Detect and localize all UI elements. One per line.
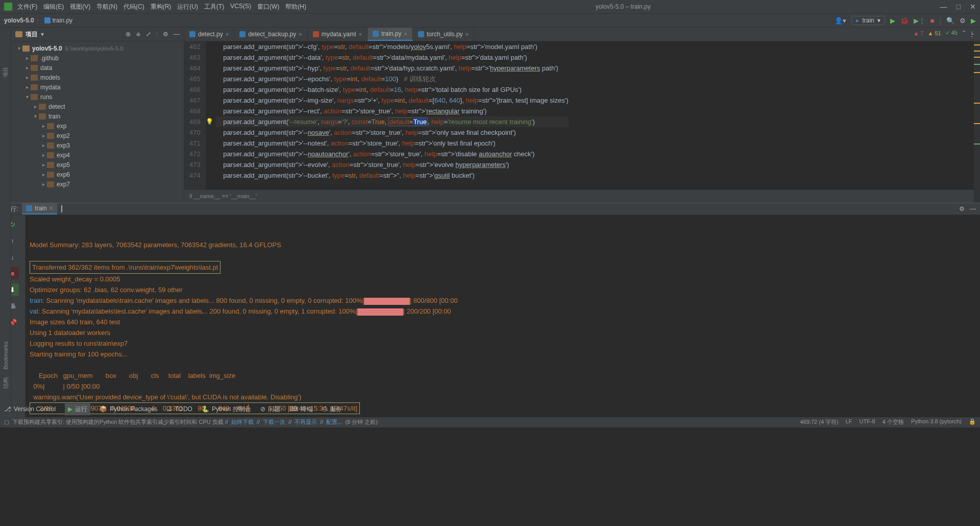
python-packages-button[interactable]: 📦Python Packages bbox=[100, 405, 157, 413]
menu-navigate[interactable]: 导航(N) bbox=[96, 3, 117, 11]
link-download-once[interactable]: 下载一次 bbox=[263, 418, 285, 426]
hide-icon[interactable]: — bbox=[970, 205, 976, 212]
tree-item[interactable]: ▾runs bbox=[11, 92, 184, 102]
error-count[interactable]: ▲ 7 bbox=[913, 30, 923, 36]
menu-file[interactable]: 文件(F) bbox=[17, 3, 37, 11]
editor-tab[interactable]: detect.py× bbox=[184, 28, 234, 41]
chevron-right-icon[interactable]: ▸ bbox=[40, 123, 47, 129]
search-icon[interactable]: 🔍 bbox=[946, 17, 954, 25]
chevron-right-icon[interactable]: ▸ bbox=[40, 162, 47, 168]
tree-item[interactable]: ▸exp7 bbox=[11, 179, 184, 189]
minimize-icon[interactable]: — bbox=[940, 3, 947, 11]
tree-item[interactable]: ▸exp4 bbox=[11, 150, 184, 160]
chevron-right-icon[interactable]: ▸ bbox=[40, 142, 47, 148]
link-always-download[interactable]: 始终下载 bbox=[231, 418, 254, 426]
problems-button[interactable]: ⊘问题 bbox=[260, 405, 280, 414]
menu-run[interactable]: 运行(U) bbox=[177, 3, 198, 11]
editor-tab[interactable]: torch_utils.py× bbox=[413, 28, 474, 41]
todo-button[interactable]: ☑TODO bbox=[166, 405, 192, 413]
tree-item[interactable]: ▸exp2 bbox=[11, 131, 184, 140]
file-encoding[interactable]: UTF-8 bbox=[860, 418, 875, 426]
user-icon[interactable]: 👤▾ bbox=[835, 17, 846, 25]
code-lines[interactable]: parser.add_argument(str">'--cfg', type=s… bbox=[206, 41, 569, 203]
version-control-button[interactable]: ⎇Version Control bbox=[4, 405, 56, 413]
chevron-down-icon[interactable]: ▾ bbox=[15, 45, 22, 51]
status-icon[interactable]: ▢ bbox=[4, 419, 9, 425]
breadcrumb-file[interactable]: train.py bbox=[53, 17, 72, 24]
hide-icon[interactable]: — bbox=[174, 31, 180, 38]
line-separator[interactable]: LF bbox=[846, 418, 852, 426]
tree-item[interactable]: ▸exp3 bbox=[11, 140, 184, 150]
run-button[interactable]: ▶ bbox=[890, 17, 895, 25]
tree-item[interactable]: ▸models bbox=[11, 73, 184, 82]
menu-vcs[interactable]: VCS(S) bbox=[230, 3, 251, 11]
chevron-up-icon[interactable]: ⌃ bbox=[962, 30, 966, 36]
tree-item[interactable]: ▸exp5 bbox=[11, 160, 184, 170]
close-icon[interactable]: × bbox=[404, 31, 407, 37]
tree-item[interactable]: ▸.github bbox=[11, 53, 184, 63]
editor-tab[interactable]: train.py× bbox=[368, 28, 413, 41]
terminal-button[interactable]: ⌨终端 bbox=[289, 405, 313, 414]
breadcrumb-project[interactable]: yolov5-5.0 bbox=[4, 17, 34, 24]
project-tool-stripe[interactable]: 项目 bbox=[2, 67, 9, 77]
indent-info[interactable]: 4 个空格 bbox=[883, 418, 904, 426]
left-tool-gutter[interactable]: 项目 bbox=[0, 28, 11, 203]
chevron-right-icon[interactable]: ▸ bbox=[40, 181, 47, 187]
chevron-right-icon[interactable]: ▸ bbox=[23, 55, 31, 61]
python-console-button[interactable]: 🐍Python 控制台 bbox=[202, 405, 251, 414]
close-icon[interactable]: × bbox=[465, 31, 469, 37]
run-with-coverage-button[interactable]: ▶⋮ bbox=[914, 17, 925, 25]
close-icon[interactable]: × bbox=[226, 31, 229, 37]
chevron-right-icon[interactable]: ▸ bbox=[40, 172, 47, 177]
locate-icon[interactable]: ⊕ bbox=[126, 31, 131, 38]
editor-tab[interactable]: detect_backup.py× bbox=[234, 28, 308, 41]
editor-tab[interactable]: mydata.yaml× bbox=[308, 28, 368, 41]
menu-tools[interactable]: 工具(T) bbox=[204, 3, 224, 11]
gear-icon[interactable]: ⚙ bbox=[959, 205, 965, 212]
link-configure[interactable]: 配置... bbox=[326, 418, 342, 426]
close-icon[interactable]: × bbox=[50, 205, 53, 212]
editor-tabs[interactable]: detect.py×detect_backup.py×mydata.yaml×t… bbox=[184, 28, 980, 41]
tree-item[interactable]: ▸exp bbox=[11, 121, 184, 131]
code-editor[interactable]: 462463464465466467468469470471472473474💡… bbox=[184, 41, 980, 203]
close-icon[interactable]: × bbox=[299, 31, 302, 37]
chevron-down-icon[interactable]: ▾ bbox=[23, 94, 31, 100]
chevron-down-icon[interactable]: ▾ bbox=[32, 113, 39, 119]
code-breadcrumb[interactable]: if __name__ == '__main__' bbox=[184, 189, 980, 203]
cursor-position[interactable]: 469:72 (4 字符) bbox=[800, 418, 839, 426]
tree-item[interactable]: ▸data bbox=[11, 63, 184, 73]
services-button[interactable]: ⬡服务 bbox=[322, 405, 342, 414]
tree-item[interactable]: ▸mydata bbox=[11, 82, 184, 92]
menu-window[interactable]: 窗口(W) bbox=[257, 3, 279, 11]
chevron-right-icon[interactable]: ▸ bbox=[40, 152, 47, 158]
tree-item[interactable]: ▸detect bbox=[11, 102, 184, 111]
bookmarks-tool-stripe[interactable]: Bookmarks bbox=[3, 341, 9, 369]
run-config-selector[interactable]: ▸ train ▾ bbox=[851, 16, 885, 25]
chevron-right-icon[interactable]: ▸ bbox=[32, 104, 39, 109]
maximize-icon[interactable]: □ bbox=[957, 3, 961, 11]
left-tool-gutter-lower[interactable]: Bookmarks 结构 bbox=[0, 203, 11, 402]
gear-icon[interactable]: ⚙ bbox=[163, 31, 168, 38]
close-icon[interactable]: ✕ bbox=[970, 3, 976, 11]
chevron-right-icon[interactable]: ▸ bbox=[23, 65, 31, 70]
run-button[interactable]: ▶运行 bbox=[65, 403, 90, 415]
interpreter-info[interactable]: Python 3.8 (pytorch) bbox=[911, 418, 962, 426]
tree-root[interactable]: ▾ yolov5-5.0 E:\work\yolo\yolov5-5.0 bbox=[11, 43, 184, 53]
weak-warning-count[interactable]: ✓ 45 bbox=[945, 30, 958, 36]
console-output[interactable]: Model Summary: 283 layers, 7063542 param… bbox=[26, 215, 980, 417]
close-icon[interactable]: × bbox=[359, 31, 362, 37]
stop-button[interactable]: ■ bbox=[930, 17, 935, 25]
inspection-widget[interactable]: ▲ 7 ▲ 51 ✓ 45 ⌃ ⌄ bbox=[913, 30, 975, 36]
debug-button[interactable]: 🐞 bbox=[900, 17, 909, 25]
chevron-right-icon[interactable]: ▸ bbox=[40, 133, 47, 138]
main-menu[interactable]: 文件(F) 编辑(E) 视图(V) 导航(N) 代码(C) 重构(R) 运行(U… bbox=[17, 3, 306, 11]
chevron-right-icon[interactable]: ▸ bbox=[23, 84, 31, 90]
menu-code[interactable]: 代码(C) bbox=[124, 3, 144, 11]
gear-icon[interactable]: ⚙ bbox=[960, 17, 966, 25]
special-run-button[interactable]: ▶ bbox=[971, 17, 976, 25]
collapse-all-icon[interactable]: ⤢ bbox=[146, 31, 151, 38]
structure-tool-stripe[interactable]: 结构 bbox=[2, 377, 9, 389]
chevron-right-icon[interactable]: ▸ bbox=[23, 75, 31, 80]
menu-view[interactable]: 视图(V) bbox=[70, 3, 90, 11]
warning-count[interactable]: ▲ 51 bbox=[927, 30, 941, 36]
